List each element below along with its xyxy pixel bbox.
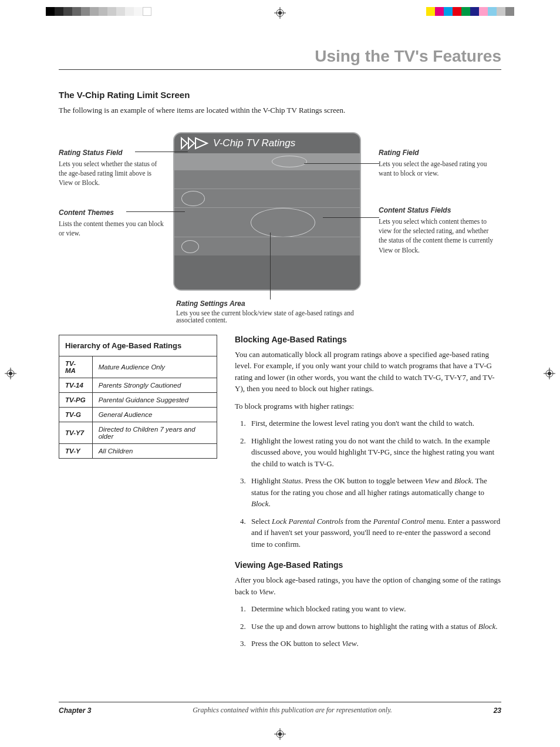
tv-row: [174, 170, 360, 189]
tv-screen-title: V-Chip TV Ratings: [213, 137, 295, 149]
blocking-intro: You can automatically block all program …: [235, 349, 501, 395]
rating-desc: All Children: [92, 443, 217, 458]
list-item: Determine which blocked rating you want …: [248, 603, 501, 615]
tv-row: [174, 189, 360, 207]
callout-content-status: Content Status Fields Lets you select wh…: [379, 206, 496, 255]
table-row: TV-GGeneral Audience: [59, 407, 217, 422]
rating-code: TV-14: [59, 378, 93, 392]
rating-code: TV-Y7: [59, 422, 93, 443]
rating-desc: Parental Guidance Suggested: [92, 392, 217, 407]
list-item: Press the OK button to select View.: [248, 638, 501, 650]
list-item: Highlight Status. Press the OK button to…: [248, 475, 501, 510]
breadcrumb-arrows-icon: [180, 137, 208, 150]
footer-chapter: Chapter 3: [59, 706, 91, 715]
grayscale-swatches: [46, 7, 151, 16]
tv-row: [174, 255, 360, 291]
callout-rating-field: Rating Field Lets you select the age-bas…: [379, 148, 496, 179]
callout-title: Content Status Fields: [379, 206, 496, 216]
rating-desc: General Audience: [92, 407, 217, 422]
tv-screen-graphic: V-Chip TV Ratings: [173, 132, 361, 291]
table-row: TV-YAll Children: [59, 443, 217, 458]
rating-desc: Directed to Children 7 years and older: [92, 422, 217, 443]
leader-line: [304, 163, 379, 164]
rating-code: TV-Y: [59, 443, 93, 458]
blocking-steps: First, determine the lowest level rating…: [235, 418, 501, 550]
callout-body: Lets you select the age-based rating you…: [379, 159, 496, 178]
leader-line: [323, 217, 379, 218]
callout-body: Lets you see the current block/view stat…: [176, 309, 376, 324]
color-swatches: [426, 7, 514, 16]
rating-code: TV-PG: [59, 392, 93, 407]
rating-code: TV-MA: [59, 356, 93, 378]
chapter-title: Using the TV's Features: [59, 47, 501, 70]
tv-row: [174, 153, 360, 170]
highlight-oval: [251, 208, 315, 237]
section-heading: The V-Chip Rating Limit Screen: [59, 90, 501, 100]
registration-mark-icon: [274, 728, 286, 740]
list-item: First, determine the lowest level rating…: [248, 418, 501, 429]
callout-content-themes: Content Themes Lists the content themes …: [59, 208, 164, 238]
leader-line: [270, 233, 271, 300]
rating-desc: Parents Strongly Cautioned: [92, 378, 217, 392]
highlight-oval: [272, 156, 307, 167]
list-item: Use the up and down arrow buttons to hig…: [248, 621, 501, 632]
callout-title: Rating Settings Area: [176, 300, 376, 308]
callout-rating-status: Rating Status Field Lets you select whet…: [59, 148, 164, 188]
ratings-hierarchy-table: Hierarchy of Age-Based Ratings TV-MAMatu…: [59, 335, 217, 459]
callout-body: Lists the content themes you can block o…: [59, 219, 164, 238]
viewing-intro: After you block age-based ratings, you h…: [235, 574, 501, 597]
tv-screen-header: V-Chip TV Ratings: [174, 133, 360, 153]
footer-note: Graphics contained within this publicati…: [193, 706, 392, 715]
registration-mark-icon: [5, 368, 16, 379]
footer-page-number: 23: [494, 706, 501, 715]
highlight-oval: [181, 191, 205, 206]
vchip-diagram: Rating Status Field Lets you select whet…: [59, 129, 501, 323]
rating-code: TV-G: [59, 407, 93, 422]
section-intro: The following is an example of where ite…: [59, 105, 501, 116]
page-footer: Chapter 3 Graphics contained within this…: [59, 702, 501, 715]
callout-body: Lets you select which content themes to …: [379, 217, 496, 254]
registration-mark-icon: [274, 7, 286, 19]
blocking-lead: To block programs with higher ratings:: [235, 401, 501, 412]
tv-row: [174, 207, 360, 237]
table-header: Hierarchy of Age-Based Ratings: [59, 335, 217, 356]
leader-line: [126, 211, 185, 212]
leader-line: [135, 152, 188, 152]
registration-mark-icon: [544, 368, 555, 379]
list-item: Highlight the lowest rating you do not w…: [248, 435, 501, 470]
highlight-oval: [181, 240, 199, 253]
table-row: TV-MAMature Audience Only: [59, 356, 217, 378]
callout-title: Rating Field: [379, 148, 496, 158]
list-item: Select Lock Parental Controls from the P…: [248, 516, 501, 550]
viewing-steps: Determine which blocked rating you want …: [235, 603, 501, 650]
callout-body: Lets you select whether the status of th…: [59, 159, 164, 187]
callout-title: Content Themes: [59, 208, 164, 218]
table-row: TV-14Parents Strongly Cautioned: [59, 378, 217, 392]
table-row: TV-PGParental Guidance Suggested: [59, 392, 217, 407]
callout-rating-settings: Rating Settings Area Lets you see the cu…: [176, 300, 376, 324]
callout-title: Rating Status Field: [59, 148, 164, 158]
table-row: TV-Y7Directed to Children 7 years and ol…: [59, 422, 217, 443]
viewing-heading: Viewing Age-Based Ratings: [235, 560, 501, 570]
rating-desc: Mature Audience Only: [92, 356, 217, 378]
blocking-heading: Blocking Age-Based Ratings: [235, 335, 501, 344]
tv-row: [174, 237, 360, 255]
